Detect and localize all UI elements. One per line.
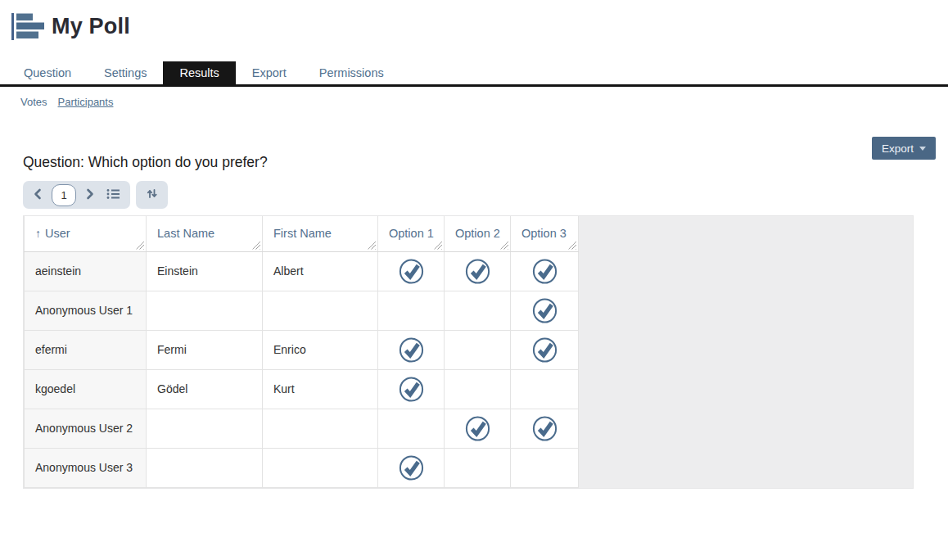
tab-permissions[interactable]: Permissions [303, 61, 400, 84]
cell-option-1 [378, 369, 445, 409]
cell-user: Anonymous User 1 [25, 291, 147, 330]
results-table: ↑UserLast NameFirst NameOption 1Option 2… [24, 216, 579, 488]
cell-option-2 [445, 448, 511, 487]
table-row: Anonymous User 3 [25, 448, 579, 487]
cell-last-name [147, 409, 263, 448]
cell-first-name: Kurt [263, 369, 378, 409]
cell-user: Anonymous User 2 [25, 409, 147, 448]
vote-check-icon [399, 454, 424, 481]
pagination-toolbar: 1 [23, 181, 168, 209]
poll-logo-icon [11, 9, 44, 43]
tab-question[interactable]: Question [7, 61, 88, 84]
sort-group [136, 181, 168, 209]
sort-asc-icon: ↑ [35, 227, 41, 240]
column-header-last-name[interactable]: Last Name [147, 216, 263, 251]
cell-option-2 [445, 369, 511, 409]
list-view-button[interactable] [104, 186, 123, 205]
vote-check-icon [532, 258, 558, 284]
column-header-first-name[interactable]: First Name [263, 216, 378, 251]
column-header-label: User [45, 227, 70, 240]
list-icon [106, 188, 120, 202]
cell-option-1 [378, 251, 445, 291]
cell-option-3 [511, 409, 579, 448]
column-resize-handle[interactable] [434, 242, 442, 250]
cell-last-name: Fermi [147, 330, 263, 369]
table-row: Anonymous User 1 [25, 291, 579, 330]
column-header-option-1[interactable]: Option 1 [378, 216, 445, 251]
current-page-indicator[interactable]: 1 [52, 184, 76, 206]
next-page-button[interactable] [83, 186, 97, 205]
column-header-label: Option 2 [455, 227, 500, 240]
table-row: aeinsteinEinsteinAlbert [25, 251, 579, 291]
cell-first-name [263, 291, 378, 330]
cell-option-1 [378, 291, 445, 330]
subnav-participants[interactable]: Participants [58, 96, 114, 108]
tab-results[interactable]: Results [163, 61, 235, 84]
vote-check-icon [532, 336, 558, 363]
prev-page-button[interactable] [30, 186, 45, 205]
cell-option-3 [511, 448, 579, 487]
column-resize-handle[interactable] [500, 242, 508, 250]
vote-check-icon [465, 258, 490, 284]
column-header-label: Option 3 [521, 227, 567, 240]
table-row: efermiFermiEnrico [25, 330, 579, 369]
sort-rows-button[interactable] [143, 185, 160, 205]
tab-bar: QuestionSettingsResultsExportPermissions [0, 61, 948, 87]
vote-check-icon [399, 336, 424, 363]
column-resize-handle[interactable] [136, 242, 144, 250]
vote-check-icon [399, 376, 424, 402]
sub-nav: VotesParticipants [20, 96, 113, 108]
table-row: kgoedelGödelKurt [25, 369, 579, 409]
page-title: My Poll [52, 14, 130, 39]
column-header-label: Option 1 [389, 227, 434, 240]
pagination-group: 1 [23, 181, 130, 209]
cell-option-1 [378, 409, 445, 448]
table-row: Anonymous User 2 [25, 409, 579, 448]
column-header-option-2[interactable]: Option 2 [445, 216, 511, 251]
cell-option-3 [511, 251, 579, 291]
chevron-right-icon [85, 188, 95, 202]
cell-last-name [147, 291, 263, 330]
cell-user: efermi [25, 330, 147, 369]
column-header-user[interactable]: ↑User [25, 216, 147, 251]
results-table-container: ↑UserLast NameFirst NameOption 1Option 2… [23, 215, 914, 489]
cell-option-1 [378, 330, 445, 369]
column-resize-handle[interactable] [368, 242, 376, 250]
cell-option-1 [378, 448, 445, 487]
cell-option-2 [445, 330, 511, 369]
column-header-option-3[interactable]: Option 3 [511, 216, 579, 251]
cell-first-name [263, 409, 378, 448]
cell-first-name [263, 448, 378, 487]
cell-option-2 [445, 409, 511, 448]
app-root: My Poll QuestionSettingsResultsExportPer… [0, 0, 948, 560]
cell-option-3 [511, 369, 579, 409]
cell-option-2 [445, 291, 511, 330]
cell-user: Anonymous User 3 [25, 448, 147, 487]
column-resize-handle[interactable] [568, 242, 576, 250]
cell-first-name: Albert [263, 251, 378, 291]
page-header: My Poll [11, 9, 130, 43]
tab-export[interactable]: Export [236, 61, 303, 84]
export-button[interactable]: Export [872, 137, 936, 160]
cell-user: kgoedel [25, 369, 147, 409]
tab-settings[interactable]: Settings [88, 61, 163, 84]
cell-option-3 [511, 330, 579, 369]
vote-check-icon [465, 415, 490, 441]
sort-up-down-icon [146, 187, 158, 202]
cell-last-name: Gödel [147, 369, 263, 409]
column-header-label: Last Name [157, 227, 214, 240]
cell-option-2 [445, 251, 511, 291]
caret-down-icon [919, 147, 926, 151]
chevron-left-icon [33, 188, 43, 202]
cell-last-name: Einstein [147, 251, 263, 291]
cell-last-name [147, 448, 263, 487]
vote-check-icon [399, 258, 424, 284]
column-resize-handle[interactable] [252, 242, 260, 250]
cell-first-name: Enrico [263, 330, 378, 369]
question-heading: Question: Which option do you prefer? [23, 154, 268, 171]
cell-option-3 [511, 291, 579, 330]
subnav-votes[interactable]: Votes [20, 96, 47, 108]
table-header-row: ↑UserLast NameFirst NameOption 1Option 2… [25, 216, 579, 251]
export-button-label: Export [882, 142, 914, 155]
vote-check-icon [532, 297, 558, 323]
